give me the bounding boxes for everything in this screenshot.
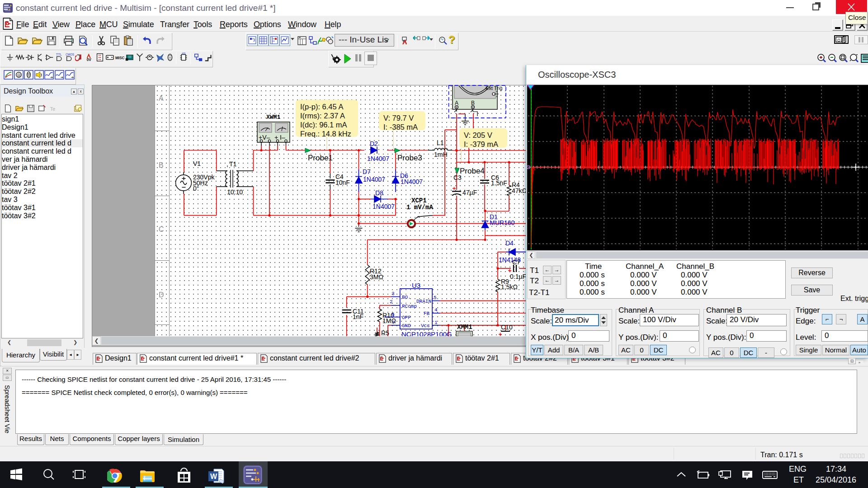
svg-text:1N4007: 1N4007 [367, 155, 389, 162]
svg-text:3MΩ: 3MΩ [370, 273, 383, 281]
svg-text:V1: V1 [193, 160, 201, 167]
svg-text:FB: FB [424, 311, 430, 316]
svg-text:XCP1: XCP1 [411, 197, 427, 204]
svg-text:0.1µF: 0.1µF [510, 273, 526, 280]
svg-text:Probe4: Probe4 [460, 167, 485, 175]
svg-text:1.5nF: 1.5nF [491, 179, 507, 187]
svg-text:3: 3 [392, 291, 395, 296]
svg-text:Vcc: Vcc [421, 323, 430, 328]
svg-text:U3: U3 [412, 282, 420, 289]
svg-text:Ω: Ω [17, 72, 20, 77]
svg-text:XMM1: XMM1 [457, 324, 472, 331]
svg-text:4: 4 [434, 307, 438, 313]
svg-text:A: A [455, 100, 458, 106]
svg-text:0°: 0° [193, 185, 199, 192]
svg-text:1N4007: 1N4007 [373, 203, 395, 210]
svg-text:7: 7 [392, 320, 395, 325]
svg-text:D7: D7 [363, 168, 371, 175]
svg-text:6: 6 [392, 312, 395, 317]
svg-text:D2: D2 [370, 140, 378, 147]
svg-text:C7: C7 [512, 258, 520, 266]
svg-text:NCP1028P100G: NCP1028P100G [401, 330, 452, 336]
svg-text:1.5kΩ: 1.5kΩ [501, 283, 518, 291]
svg-text:1nF: 1nF [353, 313, 363, 320]
svg-text:10nF: 10nF [335, 179, 350, 186]
svg-text:DRAIN: DRAIN [416, 299, 431, 304]
svg-text:GND: GND [402, 323, 411, 328]
svg-text:10:10: 10:10 [227, 188, 243, 196]
svg-text:47µF: 47µF [462, 189, 477, 196]
svg-text:1N4007: 1N4007 [401, 178, 423, 185]
svg-text:D4: D4 [505, 239, 514, 247]
svg-text:1: 1 [434, 320, 438, 325]
svg-text:XWM1: XWM1 [266, 114, 280, 121]
svg-text:ADI: ADI [182, 52, 185, 55]
svg-text:OPP: OPP [402, 315, 411, 320]
svg-text:2: 2 [390, 299, 393, 305]
svg-text:W: W [210, 473, 217, 480]
svg-text:D8: D8 [375, 189, 383, 197]
svg-text:47kΩ: 47kΩ [512, 187, 526, 194]
svg-text:+ I–: + I– [274, 134, 285, 141]
svg-text:RComp: RComp [402, 304, 417, 309]
svg-text:R5: R5 [381, 329, 389, 336]
svg-text:O: O [837, 38, 840, 42]
svg-text:MISC: MISC [115, 56, 125, 60]
svg-text:5: 5 [434, 295, 437, 300]
svg-text:TTL: TTL [56, 52, 61, 56]
svg-text:1N4007: 1N4007 [363, 176, 385, 183]
svg-text:Te: Te [50, 106, 56, 112]
svg-text:1mH: 1mH [434, 151, 448, 158]
svg-text:B: B [471, 100, 475, 106]
svg-text:1 mV/mA: 1 mV/mA [406, 204, 433, 211]
svg-text:Probe3: Probe3 [397, 154, 422, 162]
svg-text:MUR160: MUR160 [490, 219, 514, 226]
svg-text:T1: T1 [229, 160, 237, 168]
svg-text:Ext Trig: Ext Trig [486, 85, 502, 91]
svg-text:L1: L1 [437, 139, 444, 146]
svg-text:C10: C10 [501, 324, 513, 331]
svg-text:BO.: BO. [402, 295, 411, 300]
svg-text:CMOS: CMOS [66, 53, 74, 56]
svg-text:+V–: +V– [259, 134, 270, 141]
svg-text:Probe1: Probe1 [308, 154, 333, 162]
svg-text:0V: 0V [86, 58, 91, 62]
